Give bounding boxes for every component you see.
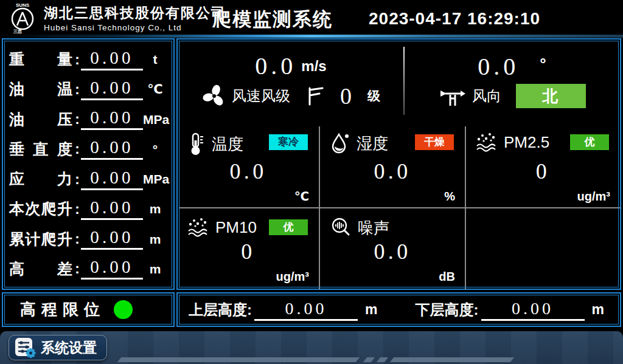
footer-stripe [363,357,375,362]
oil-temp-unit: ℃ [143,83,167,95]
particles-icon [187,217,209,238]
header-divider [0,35,623,38]
datetime-display: 2023-04-17 16:29:10 [369,9,540,29]
wind-direction-label: 风向 [472,86,501,106]
verticality-unit: ° [143,143,167,156]
upper-height-unit: m [365,301,377,318]
row-verticality: 垂直度: 0.00 ° [9,134,167,164]
humidity-value: 0.0 [320,159,465,184]
wind-speed-value: 0.0 [255,54,296,78]
monitor-screen: SUNS 三思 湖北三思科技股份有限公司 Hubei Sansi Technol… [0,0,623,364]
wind-level-unit: 级 [367,88,380,105]
height-diff-unit: m [143,263,167,275]
brand: SUNS 三思 湖北三思科技股份有限公司 Hubei Sansi Technol… [6,1,226,34]
noise-unit: dB [439,270,455,284]
thermometer-icon [187,132,206,156]
noise-label: 噪声 [358,218,389,239]
wind-speed-unit: m/s [301,58,326,75]
pm25-cell: PM2.5 优 0 ug/m³ [466,123,620,207]
noise-meter-icon [330,217,352,239]
upper-height-value: 0.00 [254,299,358,321]
elevation-limit-status-light [114,300,133,319]
system-settings-button[interactable]: 系统设置 [9,335,107,360]
company-name-en: Hubei Sansi Technology Co., Ltd [44,23,226,32]
wind-direction-unit: ° [540,55,546,74]
row-weight: 重量: 0.00 t [9,44,167,74]
lower-height-value: 0.00 [481,299,585,321]
temperature-value: 0.0 [178,159,319,184]
current-climb-unit: m [143,202,167,215]
company-name-cn: 湖北三思科技股份有限公司 [44,4,226,22]
wind-direction-section: 0.0 ° 风向 北 [404,39,620,123]
total-climb-label: 累计爬升 [9,229,72,249]
current-climb-value: 0.00 [81,198,143,220]
total-climb-value: 0.00 [81,228,143,250]
particles-icon [476,132,498,153]
pm25-unit: ug/m³ [577,190,610,204]
height-diff-label: 高差 [9,259,72,279]
wind-speed-label: 风速风级 [232,86,290,106]
layer-heights-panel: 上层高度: 0.00 m 下层高度: 0.00 m [176,292,621,327]
svg-text:SUNS: SUNS [16,2,30,8]
environment-panel: 0.0 m/s 风速风级 0 级 [176,38,621,290]
lower-height-group: 下层高度: 0.00 m [416,299,604,321]
pm25-value: 0 [466,159,620,184]
weight-label: 重量 [9,49,72,69]
weight-value: 0.00 [81,49,143,70]
temperature-unit: ℃ [294,189,309,204]
pm10-status-badge: 优 [269,219,308,235]
elevation-limit-panel: 高程限位 [2,292,175,327]
wind-vane-icon [438,84,467,108]
oil-temp-label: 油温 [9,79,72,99]
noise-cell: 噪声 0.0 dB [320,208,465,287]
pm10-unit: ug/m³ [276,270,309,284]
wind-direction-value: 0.0 [478,55,519,79]
stress-label: 应力 [9,169,72,189]
row-oil-pressure: 油压: 0.00 MPa [9,105,167,134]
footer-bar: 系统设置 [0,331,623,364]
verticality-label: 垂直度 [9,139,72,159]
footer-stripe [117,357,360,362]
wind-level-value: 0 [340,84,352,108]
elevation-limit-label: 高程限位 [20,299,105,320]
oil-pressure-value: 0.00 [81,108,143,130]
wind-direction-button[interactable]: 北 [516,84,586,108]
humidity-label: 湿度 [357,133,388,154]
footer-stripe [390,357,514,362]
oil-pressure-label: 油压 [9,109,72,129]
upper-height-label: 上层高度 [189,300,247,320]
row-oil-temp: 油温: 0.00 ℃ [9,74,167,104]
wind-level-flag-icon [306,85,324,107]
pm10-label: PM10 [215,218,257,237]
verticality-value: 0.00 [81,138,143,160]
oil-pressure-unit: MPa [143,113,167,126]
measurement-panel: 重量: 0.00 t 油温: 0.00 ℃ 油压: 0.00 MPa 垂直度: … [2,38,175,290]
temperature-status-badge: 寒冷 [269,134,308,150]
lower-height-label: 下层高度 [416,300,474,320]
pm10-value: 0 [178,239,319,264]
height-diff-value: 0.00 [81,258,143,280]
stress-value: 0.00 [81,168,143,190]
row-height-diff: 高差: 0.00 m [9,254,167,284]
header: SUNS 三思 湖北三思科技股份有限公司 Hubei Sansi Technol… [0,0,623,35]
row-total-climb: 累计爬升: 0.00 m [9,224,167,254]
temperature-cell: 温度 寒冷 0.0 ℃ [178,123,319,207]
pm25-label: PM2.5 [504,133,549,152]
upper-height-group: 上层高度: 0.00 m [189,299,377,321]
pm10-cell: PM10 优 0 ug/m³ [178,208,319,287]
oil-temp-value: 0.00 [81,78,143,100]
footer-stripe [377,357,388,362]
humidity-status-badge: 干燥 [415,134,454,150]
sansi-logo-icon: SUNS 三思 [6,1,39,34]
temperature-label: 温度 [212,134,243,155]
humidity-unit: % [444,190,455,204]
humidity-cell: 湿度 干燥 0.0 % [320,123,465,207]
pm25-status-badge: 优 [570,134,609,150]
svg-text:三思: 三思 [13,29,23,34]
stress-unit: MPa [143,173,167,185]
settings-button-label: 系统设置 [41,338,97,357]
weight-unit: t [143,53,167,66]
fan-icon [201,83,227,109]
row-current-climb: 本次爬升: 0.00 m [9,194,167,224]
settings-sliders-gear-icon [14,336,36,359]
